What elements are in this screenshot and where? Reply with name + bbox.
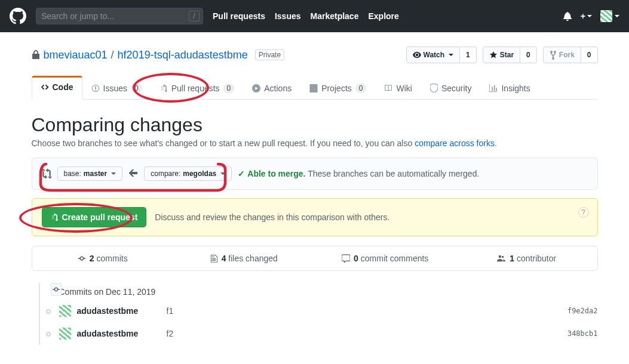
- watch-button[interactable]: Watch: [406, 47, 461, 63]
- page-subtitle: Choose two branches to see what's change…: [32, 138, 598, 148]
- star-button[interactable]: Star: [483, 47, 520, 63]
- stat-files[interactable]: 4 files changed: [173, 246, 315, 270]
- nav-pull-requests[interactable]: Pull requests: [213, 11, 265, 21]
- git-compare-icon: [42, 168, 51, 179]
- create-pull-request-button[interactable]: Create pull request: [42, 207, 147, 227]
- base-branch-select[interactable]: base: master: [57, 166, 123, 181]
- file-diff-icon: [210, 254, 218, 263]
- pr-banner-message: Discuss and review the changes in this c…: [155, 212, 389, 222]
- tab-insights[interactable]: Insights: [480, 76, 539, 100]
- search-input[interactable]: [36, 8, 203, 24]
- global-header: / Pull requests Issues Marketplace Explo…: [0, 0, 629, 32]
- tab-wiki[interactable]: Wiki: [375, 76, 421, 100]
- commit-row[interactable]: adudastestbme f1 f9e2da2: [59, 300, 598, 322]
- check-icon: ✓: [238, 169, 245, 178]
- stat-commits[interactable]: 2 commits: [32, 246, 174, 270]
- lock-icon: [32, 50, 40, 60]
- commit-message[interactable]: f2: [167, 329, 174, 338]
- commit-sha[interactable]: f9e2da2: [567, 307, 598, 315]
- commit-row[interactable]: adudastestbme f2 348bcb1: [59, 322, 598, 345]
- fork-count[interactable]: 0: [581, 47, 598, 63]
- tab-projects[interactable]: Projects0: [300, 76, 375, 100]
- comment-icon: [342, 254, 350, 263]
- tab-issues[interactable]: Issues0: [82, 76, 151, 100]
- page-title: Comparing changes: [32, 114, 598, 136]
- compare-across-forks-link[interactable]: compare across forks: [415, 138, 495, 148]
- commit-icon: [78, 254, 86, 263]
- stat-contributors[interactable]: 1 contributor: [456, 246, 597, 270]
- nav-explore[interactable]: Explore: [368, 11, 398, 21]
- help-icon[interactable]: ?: [578, 207, 589, 218]
- avatar-icon: [59, 328, 71, 340]
- people-icon: [496, 254, 506, 263]
- repo-name-link[interactable]: hf2019-tsql-adudastestbme: [118, 49, 248, 61]
- repo-nav: Code Issues0 Pull requests0 Actions Proj…: [32, 75, 598, 100]
- commit-author[interactable]: adudastestbme: [77, 306, 167, 316]
- repo-owner-link[interactable]: bmeviauac01: [44, 49, 108, 61]
- private-badge: Private: [255, 50, 284, 60]
- avatar-icon: [600, 10, 612, 22]
- tab-code[interactable]: Code: [32, 76, 82, 100]
- global-nav: Pull requests Issues Marketplace Explore: [213, 11, 399, 21]
- watch-count[interactable]: 1: [460, 47, 477, 63]
- avatar-icon: [59, 305, 71, 317]
- slash-key-icon: /: [189, 11, 200, 21]
- fork-button[interactable]: Fork: [543, 47, 581, 63]
- stat-comments[interactable]: 0 commit comments: [315, 246, 456, 270]
- compare-branch-select[interactable]: compare: megoldas: [144, 166, 232, 181]
- github-logo-icon[interactable]: [10, 8, 26, 24]
- commit-sha[interactable]: 348bcb1: [567, 329, 598, 338]
- create-new-menu[interactable]: +: [581, 11, 592, 21]
- tab-pull-requests[interactable]: Pull requests0: [151, 76, 244, 100]
- arrow-left-icon: 🡰: [128, 168, 138, 179]
- tab-actions[interactable]: Actions: [243, 76, 300, 100]
- nav-issues[interactable]: Issues: [275, 11, 301, 21]
- tab-security[interactable]: Security: [421, 76, 481, 100]
- repo-title: bmeviauac01 / hf2019-tsql-adudastestbme …: [32, 49, 285, 61]
- star-count[interactable]: 0: [520, 47, 537, 63]
- compare-stats: 2 commits 4 files changed 0 commit comme…: [32, 246, 598, 271]
- merge-status: ✓Able to merge. These branches can be au…: [238, 169, 479, 178]
- notifications-icon[interactable]: [563, 11, 572, 21]
- commit-date-heading: Commits on Dec 11, 2019: [59, 283, 598, 300]
- user-menu[interactable]: [600, 10, 619, 22]
- create-pr-banner: Create pull request Discuss and review t…: [32, 198, 598, 236]
- compare-range-editor: base: master 🡰 compare: megoldas ✓Able t…: [32, 158, 598, 190]
- commits-timeline: Commits on Dec 11, 2019 adudastestbme f1…: [32, 283, 598, 345]
- commit-message[interactable]: f1: [167, 306, 174, 316]
- nav-marketplace[interactable]: Marketplace: [311, 11, 359, 21]
- commit-group-icon: [51, 283, 62, 296]
- commit-author[interactable]: adudastestbme: [77, 329, 167, 338]
